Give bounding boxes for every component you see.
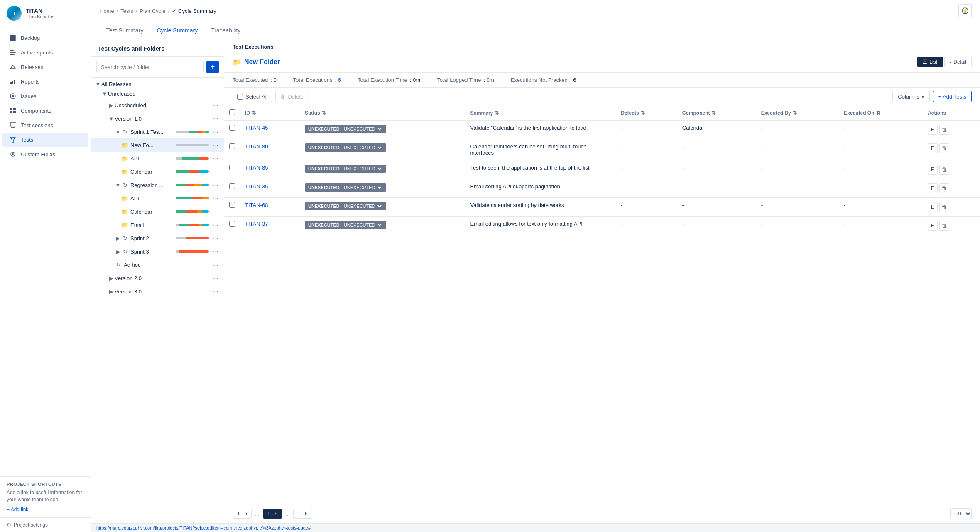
status-dropdown-0[interactable]: UNEXECUTED PASS FAIL WIP BLOCKED	[341, 126, 383, 132]
sidebar-item-backlog[interactable]: Backlog	[2, 31, 88, 45]
list-view-btn[interactable]: ☰ List	[917, 57, 943, 67]
app-subtitle[interactable]: Titan Board ▾	[26, 14, 53, 20]
tree-regression[interactable]: ▼ ↻ Regression ... ⋯	[91, 178, 224, 192]
tree-sprint-1[interactable]: ▼ ↻ Sprint 1 Tes... ⋯	[91, 125, 224, 138]
tree-sprint-3[interactable]: ▶ ↻ Sprint 3 ⋯	[91, 245, 224, 258]
tree-more-v3[interactable]: ⋯	[211, 286, 220, 296]
edit-btn-1[interactable]: E	[928, 143, 938, 153]
sidebar-item-reports[interactable]: Reports	[2, 74, 88, 89]
tree-more-adhoc[interactable]: ⋯	[211, 260, 220, 270]
tree-version-2-0[interactable]: ▶ Version 2.0 ⋯	[91, 271, 224, 285]
tree-calendar-regression[interactable]: 📁 Calendar ⋯	[91, 205, 224, 218]
tree-version-1-0[interactable]: ▼ Version 1.0 ⋯	[91, 112, 224, 125]
edit-btn-2[interactable]: E	[928, 165, 938, 175]
sort-icon-id[interactable]: ⇅	[252, 110, 256, 116]
page-prev-range[interactable]: 1 - 6	[233, 509, 252, 519]
sort-icon-defects[interactable]: ⇅	[641, 110, 645, 116]
header-checkbox[interactable]	[229, 109, 235, 115]
tree-more-unscheduled[interactable]: ⋯	[211, 100, 220, 110]
sidebar-item-components[interactable]: Components	[2, 103, 88, 118]
tree-more-email[interactable]: ⋯	[211, 220, 220, 230]
test-id-link-0[interactable]: TITAN-45	[245, 125, 268, 131]
sidebar-item-tests[interactable]: Tests	[2, 133, 88, 147]
sidebar-item-issues[interactable]: Issues	[2, 89, 88, 103]
sort-icon-component[interactable]: ⇅	[711, 110, 715, 116]
tree-more-cal1[interactable]: ⋯	[211, 167, 220, 177]
tree-email-regression[interactable]: 📁 Email ⋯	[91, 218, 224, 232]
delete-button[interactable]: 🗑 Delete	[275, 91, 308, 102]
delete-btn-1[interactable]: 🗑	[939, 143, 949, 153]
delete-btn-0[interactable]: 🗑	[939, 125, 949, 135]
add-link-btn[interactable]: + Add link	[7, 507, 84, 512]
tree-ad-hoc[interactable]: ↻ Ad hoc ⋯	[91, 258, 224, 271]
help-icon-btn[interactable]: 💡	[958, 4, 972, 17]
sort-icon-status[interactable]: ⇅	[322, 110, 326, 116]
tree-api-sprint1[interactable]: 📁 API ⋯	[91, 152, 224, 165]
sort-icon-executed-by[interactable]: ⇅	[793, 110, 797, 116]
breadcrumb-plan-cycle[interactable]: Plan Cycle	[140, 8, 165, 14]
row-checkbox-2[interactable]	[229, 165, 235, 170]
status-dropdown-2[interactable]: UNEXECUTED PASS FAIL WIP BLOCKED	[341, 166, 383, 172]
sort-icon-executed-on[interactable]: ⇅	[876, 110, 880, 116]
tree-all-releases[interactable]: ▼ All Releases	[91, 79, 224, 89]
test-id-link-1[interactable]: TITAN-80	[245, 143, 268, 150]
select-all-button[interactable]: Select All	[233, 91, 272, 102]
tree-more-sprint2[interactable]: ⋯	[211, 233, 220, 243]
per-page-select[interactable]: 10 25 50	[950, 508, 972, 519]
row-checkbox-5[interactable]	[229, 221, 235, 227]
row-checkbox-4[interactable]	[229, 202, 235, 208]
page-current[interactable]: 1 - 6	[263, 509, 282, 519]
edit-btn-5[interactable]: E	[928, 221, 938, 231]
breadcrumb-tests[interactable]: Tests	[120, 8, 133, 14]
tree-more-sprint1[interactable]: ⋯	[211, 127, 220, 137]
tree-more-api2[interactable]: ⋯	[211, 193, 220, 203]
status-dropdown-5[interactable]: UNEXECUTED PASS FAIL WIP BLOCKED	[341, 222, 383, 228]
tree-unscheduled[interactable]: ▶ Unscheduled ⋯	[91, 99, 224, 112]
edit-btn-0[interactable]: E	[928, 125, 938, 135]
tree-unreleased[interactable]: ▼ Unreleased	[91, 89, 224, 99]
tree-more-api1[interactable]: ⋯	[211, 153, 220, 163]
delete-btn-2[interactable]: 🗑	[939, 165, 949, 175]
tree-more-sprint3[interactable]: ⋯	[211, 246, 220, 256]
delete-btn-4[interactable]: 🗑	[939, 202, 949, 212]
sidebar-item-custom-fields[interactable]: Custom Fields	[2, 147, 88, 161]
delete-btn-5[interactable]: 🗑	[939, 221, 949, 231]
row-checkbox-1[interactable]	[229, 143, 235, 149]
edit-btn-3[interactable]: E	[928, 183, 938, 193]
edit-btn-4[interactable]: E	[928, 202, 938, 212]
add-cycle-button[interactable]: +	[206, 61, 219, 73]
tree-more-cal2[interactable]: ⋯	[211, 207, 220, 217]
tab-cycle-summary[interactable]: Cycle Summary	[150, 22, 204, 39]
sidebar-item-test-sessions[interactable]: Test sessions	[2, 118, 88, 132]
tree-api-regression[interactable]: 📁 API ⋯	[91, 192, 224, 205]
tree-sprint-2[interactable]: ▶ ↻ Sprint 2 ⋯	[91, 232, 224, 245]
tree-new-folder[interactable]: 📁 New Fo... ⋯	[91, 138, 224, 152]
add-tests-button[interactable]: + Add Tests	[933, 91, 972, 102]
test-id-link-4[interactable]: TITAN-68	[245, 202, 268, 208]
sidebar-item-active-sprints[interactable]: Active sprints	[2, 45, 88, 59]
tree-calendar-sprint1[interactable]: 📁 Calendar ⋯	[91, 165, 224, 178]
select-all-checkbox[interactable]	[237, 94, 243, 100]
test-id-link-3[interactable]: TITAN-36	[245, 183, 268, 190]
status-dropdown-3[interactable]: UNEXECUTED PASS FAIL WIP BLOCKED	[341, 185, 383, 190]
tree-more-v1[interactable]: ⋯	[211, 113, 220, 123]
status-dropdown-4[interactable]: UNEXECUTED PASS FAIL WIP BLOCKED	[341, 203, 383, 209]
test-id-link-5[interactable]: TITAN-37	[245, 221, 268, 227]
row-checkbox-3[interactable]	[229, 183, 235, 189]
tree-more-new-folder[interactable]: ⋯	[211, 140, 220, 150]
status-dropdown-1[interactable]: UNEXECUTED PASS FAIL WIP BLOCKED	[341, 145, 383, 150]
project-settings-link[interactable]: ⚙ Project settings	[7, 522, 84, 528]
sort-icon-summary[interactable]: ⇅	[495, 110, 499, 116]
row-checkbox-0[interactable]	[229, 125, 235, 131]
delete-btn-3[interactable]: 🗑	[939, 183, 949, 193]
breadcrumb-home[interactable]: Home	[100, 8, 114, 14]
sidebar-item-releases[interactable]: Releases	[2, 60, 88, 74]
tree-version-3-0[interactable]: ▶ Version 3.0 ⋯	[91, 285, 224, 298]
tree-more-v2[interactable]: ⋯	[211, 273, 220, 283]
test-id-link-2[interactable]: TITAN-85	[245, 165, 268, 171]
tab-test-summary[interactable]: Test Summary	[100, 22, 150, 39]
columns-button[interactable]: Columns ▾	[892, 91, 929, 102]
tree-more-regression[interactable]: ⋯	[211, 180, 220, 190]
page-next-range[interactable]: 1 - 6	[293, 509, 312, 519]
tab-traceability[interactable]: Traceability	[204, 22, 247, 39]
